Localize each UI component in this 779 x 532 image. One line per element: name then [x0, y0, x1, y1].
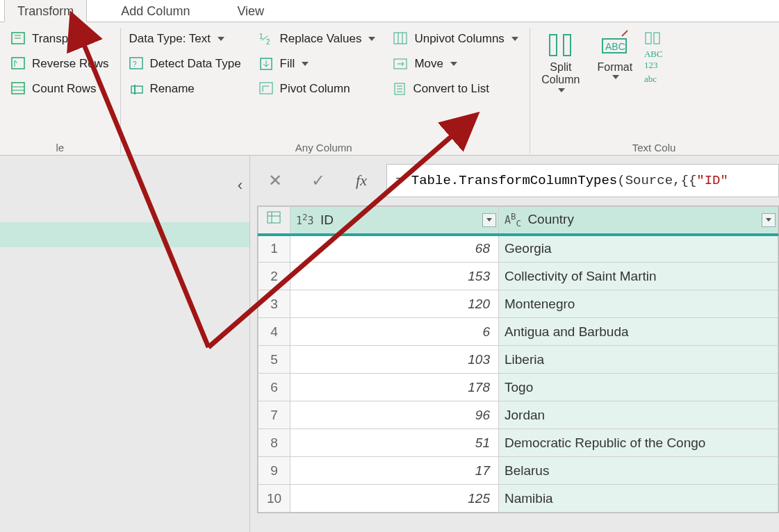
data-type-button[interactable]: Data Type: Text	[126, 31, 244, 47]
pivot-column-button[interactable]: Pivot Column	[256, 81, 379, 97]
replace-values-button[interactable]: 12 Replace Values	[256, 31, 379, 47]
table-icon	[267, 211, 282, 225]
cell-id[interactable]: 120	[290, 290, 499, 318]
ribbon-group-text-label: Text Colu	[536, 138, 675, 153]
svg-rect-21	[550, 35, 557, 56]
merge-columns-button[interactable]	[644, 31, 675, 46]
transpose-button[interactable]: Transpose	[8, 31, 112, 47]
column-header-country[interactable]: ABC Country	[499, 207, 778, 235]
extract-button[interactable]: ABC123	[644, 49, 675, 71]
count-rows-icon	[11, 82, 26, 96]
svg-rect-12	[260, 83, 272, 94]
queries-pane: ‹	[0, 156, 250, 532]
table-row[interactable]: 5103Liberia	[259, 346, 778, 374]
rename-button[interactable]: Rename	[126, 81, 244, 97]
table-row[interactable]: 851Democratic Republic of the Congo	[259, 429, 778, 457]
row-number: 3	[259, 290, 290, 318]
table-row[interactable]: 46Antigua and Barbuda	[259, 318, 778, 346]
formula-bar: ✕ ✓ fx = Table.TransformColumnTypes(Sour…	[250, 156, 779, 206]
cell-id[interactable]: 103	[290, 346, 499, 374]
cell-id[interactable]: 51	[290, 429, 499, 457]
cell-id[interactable]: 96	[290, 401, 499, 429]
main-area: ‹ ✕ ✓ fx = Table.TransformColumnTypes(So…	[0, 156, 779, 532]
svg-rect-2	[12, 83, 24, 94]
detect-label: Detect Data Type	[150, 57, 241, 71]
rename-label: Rename	[150, 82, 195, 96]
table-corner-button[interactable]	[259, 207, 290, 235]
ribbon-group-table: Transpose Reverse Rows Count Rows le	[8, 28, 121, 153]
column-header-id[interactable]: 123 ID	[290, 207, 499, 235]
collapse-queries-icon[interactable]: ‹	[238, 176, 243, 194]
fill-button[interactable]: Fill	[256, 56, 379, 72]
ribbon-group-table-label: le	[8, 138, 112, 153]
formula-cancel-button[interactable]: ✕	[257, 164, 293, 197]
cell-id[interactable]: 153	[290, 263, 499, 290]
caret-icon	[558, 88, 565, 92]
svg-text:?: ?	[133, 60, 137, 68]
svg-rect-22	[564, 35, 571, 56]
convert-to-list-button[interactable]: Convert to List	[391, 81, 520, 97]
reverse-rows-icon	[11, 57, 26, 71]
cell-country[interactable]: Georgia	[499, 235, 778, 263]
count-rows-button[interactable]: Count Rows	[8, 81, 112, 97]
pivot-icon	[259, 82, 274, 96]
split-column-icon	[546, 29, 576, 60]
detect-data-type-button[interactable]: ? Detect Data Type	[126, 56, 244, 72]
format-icon: ABC	[600, 29, 630, 60]
cell-country[interactable]: Montenegro	[499, 290, 778, 318]
move-button[interactable]: Move	[391, 56, 520, 72]
cell-country[interactable]: Antigua and Barbuda	[499, 318, 778, 346]
svg-text:1: 1	[259, 33, 263, 40]
formula-accept-button[interactable]: ✓	[300, 164, 336, 197]
ribbon-group-any-column: Data Type: Text ? Detect Data Type Renam…	[124, 28, 530, 153]
column-filter-country[interactable]	[762, 213, 776, 227]
reverse-rows-button[interactable]: Reverse Rows	[8, 56, 112, 72]
number-type-icon: 123	[296, 215, 314, 227]
move-icon	[393, 57, 409, 71]
cell-country[interactable]: Jordan	[499, 401, 778, 429]
table-row[interactable]: 10125Namibia	[259, 485, 778, 513]
cell-country[interactable]: Togo	[499, 374, 778, 401]
cell-country[interactable]: Liberia	[499, 346, 778, 374]
cell-country[interactable]: Belarus	[499, 457, 778, 485]
data-type-label: Data Type: Text	[129, 32, 211, 46]
row-number: 9	[259, 457, 290, 485]
tab-transform[interactable]: Transform	[4, 0, 87, 22]
formula-input[interactable]: = Table.TransformColumnTypes(Source,{{"I…	[386, 164, 779, 197]
extract-icon: ABC123	[644, 49, 663, 71]
unpivot-columns-button[interactable]: Unpivot Columns	[391, 31, 520, 47]
column-filter-id[interactable]	[482, 213, 496, 227]
cell-country[interactable]: Democratic Republic of the Congo	[499, 429, 778, 457]
tab-view[interactable]: View	[224, 0, 277, 22]
tab-add-column[interactable]: Add Column	[108, 0, 203, 22]
row-number: 5	[259, 346, 290, 374]
move-label: Move	[414, 57, 443, 71]
parse-button[interactable]: abc	[644, 74, 675, 85]
column-header-id-label: ID	[320, 213, 334, 227]
cell-country[interactable]: Collectivity of Saint Martin	[499, 263, 778, 290]
ribbon-tabs: Transform Add Column View	[0, 0, 779, 22]
cell-id[interactable]: 6	[290, 318, 499, 346]
cell-country[interactable]: Namibia	[499, 485, 778, 513]
split-column-button[interactable]: Split Column	[536, 28, 586, 138]
text-type-icon: ABC	[505, 214, 521, 226]
merge-icon	[644, 31, 661, 46]
count-rows-label: Count Rows	[32, 82, 97, 96]
replace-values-icon: 12	[259, 32, 274, 46]
format-button[interactable]: ABC Format	[590, 28, 640, 138]
cell-id[interactable]: 125	[290, 485, 499, 513]
cell-id[interactable]: 178	[290, 374, 499, 401]
caret-icon	[511, 37, 518, 41]
table-row[interactable]: 2153Collectivity of Saint Martin	[259, 263, 778, 290]
split-column-label: Split Column	[536, 61, 586, 87]
formula-prefix: =	[395, 173, 411, 188]
table-row[interactable]: 3120Montenegro	[259, 290, 778, 318]
table-row[interactable]: 917Belarus	[259, 457, 778, 485]
cell-id[interactable]: 68	[290, 235, 499, 263]
table-row[interactable]: 796Jordan	[259, 401, 778, 429]
table-row[interactable]: 6178Togo	[259, 374, 778, 401]
row-number: 10	[259, 485, 290, 513]
table-row[interactable]: 168Georgia	[259, 235, 778, 263]
cell-id[interactable]: 17	[290, 457, 499, 485]
query-item-selected[interactable]	[0, 222, 249, 247]
